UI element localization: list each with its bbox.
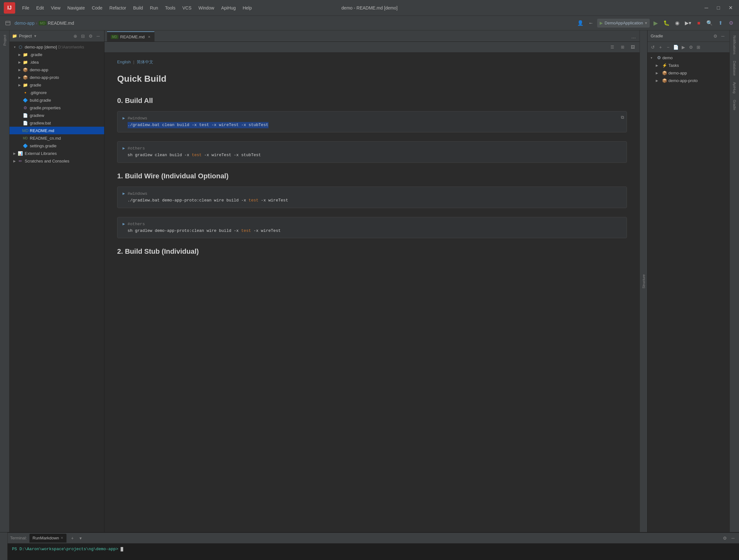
tree-item-external-libs[interactable]: ▶ 📊 External Libraries: [9, 149, 104, 157]
new-terminal-icon[interactable]: +: [69, 535, 76, 542]
tree-item-gradle-folder[interactable]: ▶ 📁 gradle: [9, 81, 104, 89]
view-split-icon[interactable]: ⊞: [618, 43, 627, 51]
search-button[interactable]: 🔍: [705, 18, 714, 28]
gradle-refresh-icon[interactable]: ↺: [649, 44, 656, 51]
terminal-settings-icon[interactable]: ⚙: [721, 535, 728, 542]
section-heading-2: 2. Build Stub (Individual): [117, 246, 627, 257]
menu-code[interactable]: Code: [89, 4, 106, 12]
gradle-minimize-icon[interactable]: ─: [719, 33, 726, 39]
gradle-demo-name: demo: [662, 55, 673, 60]
tree-item-gradle-dir[interactable]: ▶ 📁 .gradle: [9, 51, 104, 58]
tab-close-icon[interactable]: ✕: [148, 35, 150, 39]
gradle-demo-icon: ⚙: [657, 55, 661, 60]
tree-item-gradlew[interactable]: 📄 gradlew: [9, 112, 104, 119]
copy-icon-0[interactable]: ⧉: [621, 114, 624, 121]
tree-item-settings-gradle[interactable]: 🔷 settings.gradle: [9, 142, 104, 149]
gradle-add-icon[interactable]: +: [657, 44, 664, 51]
view-list-icon[interactable]: ☰: [608, 43, 617, 51]
breadcrumb-project[interactable]: demo-app: [15, 21, 34, 26]
tree-item-readme[interactable]: MD README.md: [9, 127, 104, 134]
ide-button[interactable]: ⚙: [726, 18, 736, 28]
project-panel: 📁 Project ▾ ⊕ ⊟ ⚙ ─ ▾ ⬡ demo-app [demo] …: [9, 30, 105, 532]
menu-vcs[interactable]: VCS: [179, 4, 195, 12]
gradle-run-icon[interactable]: ▶: [680, 44, 687, 51]
menu-apihug[interactable]: ApiHug: [218, 4, 239, 12]
terminal-container: Bookmarks Terminal: RunMarkdown ✕ + ▾ ⚙ …: [0, 532, 739, 560]
close-button[interactable]: ✕: [726, 3, 735, 13]
readme-name: README.md: [30, 128, 54, 133]
demo-app-proto-name: demo-app-proto: [30, 75, 59, 80]
tree-item-readme-cn[interactable]: MD README_cn.md: [9, 134, 104, 142]
locate-file-icon[interactable]: ⊕: [72, 33, 79, 39]
lang-chinese[interactable]: 简体中文: [137, 59, 153, 65]
tree-root[interactable]: ▾ ⬡ demo-app [demo] D:\Aaron\works: [9, 43, 104, 51]
terminal-content[interactable]: PS D:\Aaron\workspace\projects\ng\demo-a…: [8, 544, 739, 560]
menu-build[interactable]: Build: [130, 4, 146, 12]
menu-navigate[interactable]: Navigate: [64, 4, 88, 12]
maximize-button[interactable]: □: [714, 3, 723, 13]
back-icon[interactable]: ←: [586, 18, 596, 28]
view-preview-icon[interactable]: 🖼: [628, 43, 637, 51]
menu-file[interactable]: File: [19, 4, 33, 12]
user-icon[interactable]: 👤: [576, 18, 585, 28]
terminal-tab-runmarkdown[interactable]: RunMarkdown ✕: [29, 534, 66, 543]
gradle-panel-icons: ⚙ ─: [712, 33, 726, 39]
database-label[interactable]: Database: [732, 58, 737, 78]
editor-tab-readme[interactable]: MD README.md ✕: [107, 31, 154, 41]
editor-content[interactable]: English | 简体中文 Quick Build 0. Build All …: [105, 52, 639, 532]
gradle-expand-icon[interactable]: ⊞: [695, 44, 702, 51]
more-run-button[interactable]: ▶▾: [683, 18, 693, 28]
gradle-debug-icon[interactable]: ⚙: [688, 44, 694, 51]
project-strip-label[interactable]: Project: [2, 33, 7, 47]
coverage-button[interactable]: ◉: [673, 18, 682, 28]
stop-button[interactable]: ■: [694, 18, 704, 28]
code-block-windows-1: ▶ #windows ./gradlew.bat demo-app-proto:…: [117, 186, 627, 208]
collapse-all-icon[interactable]: ⊟: [80, 33, 87, 39]
gradle-script-icon[interactable]: 📄: [672, 44, 679, 51]
run-config-selector[interactable]: ▶ DemoAppApplication ▾: [597, 19, 650, 27]
tree-item-gitignore[interactable]: 🔸 .gitignore: [9, 89, 104, 96]
ext-libs-name: External Libraries: [25, 151, 57, 156]
panel-settings-icon[interactable]: ⚙: [87, 33, 94, 39]
menu-run[interactable]: Run: [147, 4, 161, 12]
menu-refactor[interactable]: Refactor: [106, 4, 130, 12]
gradle-item-demo-app[interactable]: ▶ 📦 demo-app: [647, 69, 730, 77]
project-dropdown-icon[interactable]: ▾: [34, 33, 36, 38]
structure-label[interactable]: Structure: [642, 274, 645, 289]
run-button[interactable]: ▶: [651, 18, 660, 28]
tree-item-gradle-properties[interactable]: ⚙ gradle.properties: [9, 104, 104, 112]
apihug-label[interactable]: ApiHug: [732, 80, 737, 96]
minimize-button[interactable]: ─: [702, 3, 711, 13]
editor-more-icon[interactable]: ⋯: [630, 34, 637, 41]
panel-minimize-icon[interactable]: ─: [95, 33, 102, 39]
notifications-label[interactable]: Notifications: [732, 33, 737, 57]
menu-view[interactable]: View: [48, 4, 63, 12]
code-arrow-1: ▶: [123, 145, 125, 152]
lang-english[interactable]: English: [117, 59, 131, 65]
tree-item-scratches[interactable]: ▶ ✏ Scratches and Consoles: [9, 157, 104, 165]
tree-item-demo-app-proto[interactable]: ▶ 📦 demo-app-proto: [9, 74, 104, 81]
gradle-settings-icon[interactable]: ⚙: [712, 33, 719, 39]
terminal-tab-close[interactable]: ✕: [60, 536, 63, 540]
menu-tools[interactable]: Tools: [162, 4, 179, 12]
terminal-dropdown-icon[interactable]: ▾: [77, 535, 84, 542]
gradle-panel-title: Gradle: [651, 33, 712, 38]
tree-item-build-gradle[interactable]: 🔷 build.gradle: [9, 96, 104, 104]
code-line-0: ./gradlew.bat clean build -x test -x wir…: [128, 122, 269, 129]
tree-item-demo-app[interactable]: ▶ 📦 demo-app: [9, 66, 104, 74]
gradle-item-tasks[interactable]: ▶ ⚡ Tasks: [647, 61, 730, 69]
terminal-minimize-icon[interactable]: ─: [730, 535, 736, 542]
gradle-item-demo[interactable]: ▾ ⚙ demo: [647, 54, 730, 61]
gradle-remove-icon[interactable]: −: [664, 44, 672, 51]
tree-item-idea[interactable]: ▶ 📁 .idea: [9, 58, 104, 66]
menu-window[interactable]: Window: [195, 4, 217, 12]
gradle-item-demo-app-proto[interactable]: ▶ 📦 demo-app-proto: [647, 77, 730, 84]
gradle-label[interactable]: Gradle: [732, 97, 737, 113]
update-button[interactable]: ⬆: [716, 18, 725, 28]
breadcrumb-file[interactable]: README.md: [48, 21, 74, 26]
tree-item-gradlew-bat[interactable]: 📄 gradlew.bat: [9, 119, 104, 127]
debug-button[interactable]: 🐛: [662, 18, 671, 28]
menu-help[interactable]: Help: [239, 4, 255, 12]
gradle-demo-arrow: ▾: [651, 56, 656, 59]
menu-edit[interactable]: Edit: [33, 4, 47, 12]
